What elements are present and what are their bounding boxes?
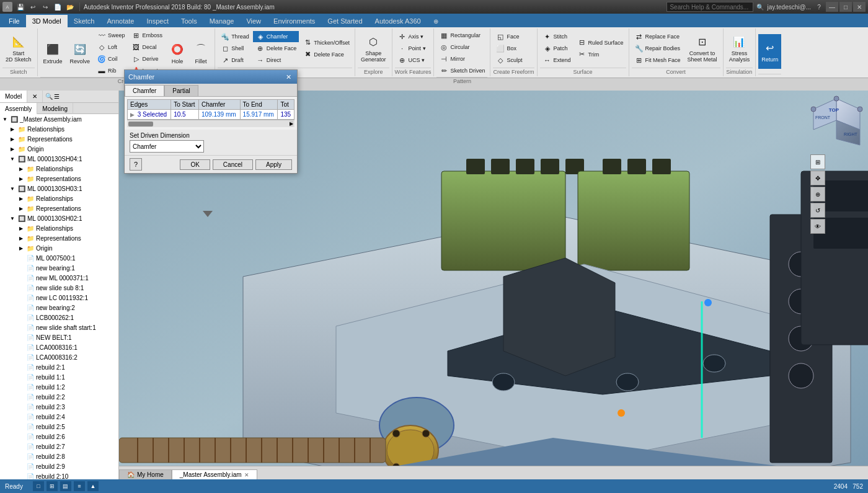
- tree-item[interactable]: 📄 new LC 0011932:1: [0, 293, 118, 303]
- nav-cube[interactable]: TOP FRONT RIGHT: [810, 95, 863, 148]
- chamfer-tab-partial[interactable]: Partial: [164, 85, 198, 96]
- tree-item[interactable]: ▼ 🔲 ML 0000130SH02:1: [0, 213, 118, 223]
- minimize-btn[interactable]: —: [826, 2, 838, 12]
- zoom-extents-btn[interactable]: ⊞: [810, 154, 825, 169]
- panel-menu-btn[interactable]: ☰: [54, 93, 60, 100]
- thread-btn[interactable]: 🔩 Thread: [218, 31, 252, 42]
- tree-item[interactable]: 📄 rebuild 2:10: [0, 471, 118, 479]
- sub-tab-modeling[interactable]: Modeling: [37, 103, 73, 114]
- scroll-right-btn[interactable]: ▶: [290, 121, 293, 127]
- to-end-value[interactable]: 15.917 mm: [240, 110, 278, 120]
- tree-item[interactable]: 📄 new bearing:1: [0, 263, 118, 273]
- tab-inspect[interactable]: Inspect: [141, 15, 175, 27]
- tree-item[interactable]: 📄 new bearing:2: [0, 303, 118, 313]
- tree-item[interactable]: 📄 rebuild 2:4: [0, 412, 118, 422]
- tree-item[interactable]: 📄 rebuild 2:6: [0, 432, 118, 442]
- sketch-driven-btn[interactable]: ✏ Sketch Driven: [436, 65, 487, 76]
- mirror-btn[interactable]: ⊣ Mirror: [436, 53, 487, 64]
- quick-undo-btn[interactable]: ↩: [27, 2, 38, 12]
- orbit-btn[interactable]: ↺: [810, 203, 825, 218]
- chamfer-tab-chamfer[interactable]: Chamfer: [125, 85, 164, 96]
- tree-item[interactable]: 📄 rebuild 2:5: [0, 422, 118, 432]
- face-btn[interactable]: ◱ Face: [493, 31, 525, 42]
- tree-item[interactable]: 📄 new slide sub 8:1: [0, 283, 118, 293]
- coil-btn[interactable]: 🌀 Coil: [94, 53, 128, 64]
- expand-arr[interactable]: ▶: [9, 127, 16, 132]
- point-btn[interactable]: · Point ▾: [395, 43, 428, 54]
- shape-generator-btn[interactable]: ⬡ ShapeGenerator: [358, 31, 389, 66]
- direct-btn[interactable]: → Direct: [253, 55, 299, 66]
- tab-annotate[interactable]: Annotate: [100, 15, 140, 27]
- replace-face-btn[interactable]: ⇄ Replace Face: [632, 31, 683, 42]
- tab-view[interactable]: View: [240, 15, 267, 27]
- tree-item[interactable]: ▶ 📁 Origin: [0, 243, 118, 253]
- draft-btn[interactable]: ↗ Draft: [218, 55, 252, 66]
- loft-btn[interactable]: ◇ Loft: [94, 42, 128, 53]
- tab-extra[interactable]: ⊕: [427, 15, 445, 27]
- sub-tab-assembly[interactable]: Assembly: [0, 103, 37, 114]
- sweep-btn[interactable]: 〰 Sweep: [94, 30, 128, 41]
- tab-manage[interactable]: Manage: [203, 15, 241, 27]
- tree-item[interactable]: 📄 rebuild 2:8: [0, 451, 118, 461]
- start-2d-sketch-btn[interactable]: 📐 Start2D Sketch: [2, 31, 35, 66]
- shell-btn[interactable]: ◻ Shell: [218, 43, 252, 54]
- edges-selected[interactable]: 3 Selected: [138, 111, 167, 118]
- axis-btn[interactable]: ✛ Axis ▾: [395, 31, 428, 42]
- panel-close-btn[interactable]: ✕: [27, 91, 43, 102]
- tree-item[interactable]: ▶ 📁 Origin: [0, 144, 118, 154]
- sculpt-btn[interactable]: ◇ Sculpt: [493, 55, 525, 66]
- box-btn[interactable]: ⬜ Box: [493, 43, 525, 54]
- ok-button[interactable]: OK: [180, 159, 210, 170]
- circular-btn[interactable]: ◎ Circular: [436, 42, 487, 53]
- tree-item[interactable]: 📄 LCA0008316:2: [0, 352, 118, 362]
- extend-btn[interactable]: ↔ Extend: [540, 55, 574, 66]
- rectangular-btn[interactable]: ▦ Rectangular: [436, 30, 487, 41]
- chamfer-value[interactable]: 109.139 mm: [199, 110, 241, 120]
- tree-item[interactable]: 📄 rebuild 2:3: [0, 402, 118, 412]
- tree-item[interactable]: 📄 rebuild 1:1: [0, 372, 118, 382]
- expand-root[interactable]: ▼: [1, 117, 9, 122]
- combine-btn[interactable]: ⊕ Delete Face: [253, 43, 299, 54]
- panel-tab-model[interactable]: Model: [0, 91, 27, 102]
- tree-item[interactable]: 📄 LCB000262:1: [0, 313, 118, 322]
- close-btn[interactable]: ✕: [853, 2, 866, 12]
- stress-analysis-btn[interactable]: 📊 StressAnalysis: [726, 31, 753, 66]
- fillet-btn[interactable]: ⌒ Fillet: [190, 36, 212, 71]
- tree-item[interactable]: 📄 rebuild 2:9: [0, 461, 118, 471]
- tree-item[interactable]: ▶ 📁 Representations: [0, 203, 118, 213]
- tree-item[interactable]: ▶ 📁 Representations: [0, 174, 118, 184]
- convert-sheet-metal-btn[interactable]: ⊡ Convert toSheet Metal: [684, 31, 720, 66]
- tab-3dmodel[interactable]: 3D Model: [26, 15, 68, 27]
- horizontal-scrollbar[interactable]: ▶: [127, 120, 294, 127]
- quick-redo-btn[interactable]: ↪: [40, 2, 51, 12]
- return-btn[interactable]: ↩ Return: [758, 34, 781, 69]
- status-btn-4[interactable]: ≡: [74, 481, 85, 491]
- tab-master-assembly[interactable]: _Master Assembly.iam ✕: [172, 469, 257, 479]
- tab-close-btn[interactable]: ✕: [244, 472, 249, 478]
- tree-item[interactable]: ▶ 📁 Relationships: [0, 124, 118, 134]
- quick-open-btn[interactable]: 📂: [64, 2, 76, 12]
- chamfer-btn[interactable]: ◈ Chamfer: [253, 31, 299, 42]
- look-at-btn[interactable]: 👁: [810, 219, 825, 234]
- repair-bodies-btn[interactable]: 🔧 Repair Bodies: [632, 43, 683, 54]
- tab-getstarted[interactable]: Get Started: [321, 15, 368, 27]
- panel-search-btn[interactable]: 🔍: [45, 93, 53, 100]
- tab-sketch[interactable]: Sketch: [68, 15, 101, 27]
- tree-item[interactable]: 📄 ML 0007500:1: [0, 253, 118, 263]
- search-btn[interactable]: 🔍: [755, 2, 766, 12]
- help-button[interactable]: ?: [130, 158, 142, 171]
- hole-btn[interactable]: ⭕ Hole: [166, 36, 188, 71]
- pan-btn[interactable]: ✥: [810, 171, 825, 185]
- extrude-btn[interactable]: ⬛ Extrude: [40, 36, 66, 71]
- tab-environments[interactable]: Environments: [267, 15, 321, 27]
- quick-new-btn[interactable]: 📄: [52, 2, 63, 12]
- zoom-btn[interactable]: ⊕: [810, 187, 825, 202]
- tree-item[interactable]: ▶ 📁 Relationships: [0, 223, 118, 233]
- tab-tools[interactable]: Tools: [175, 15, 203, 27]
- ucs-btn[interactable]: ⊕ UCS ▾: [395, 55, 428, 66]
- emboss-btn[interactable]: ⊞ Emboss: [129, 30, 166, 41]
- status-btn-2[interactable]: ⊞: [46, 481, 58, 491]
- tree-root[interactable]: ▼ 🔲 _Master Assembly.iam: [0, 114, 118, 124]
- help-search-input[interactable]: [666, 2, 753, 12]
- tree-item[interactable]: ▼ 🔲 ML 0000130SH04:1: [0, 154, 118, 164]
